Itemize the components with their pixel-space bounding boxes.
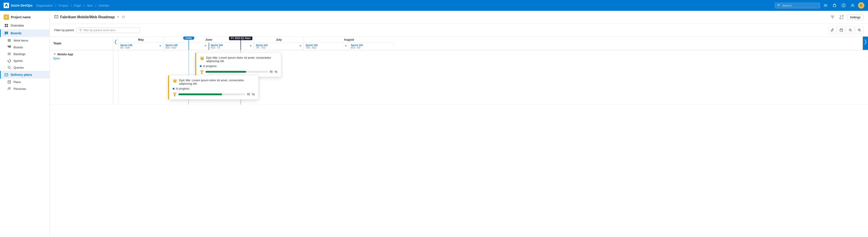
sidebar: C Project name Overview Boards Work item… — [0, 11, 50, 237]
sprint-152-add-btn[interactable]: + — [344, 44, 348, 48]
svg-rect-4 — [824, 6, 827, 6]
svg-marker-0 — [5, 4, 8, 6]
breadcrumb-item[interactable]: Item — [87, 4, 93, 7]
roadmap-area[interactable]: Team today FY 2023 Q1 St — [50, 37, 868, 237]
breadcrumb-sep4: / — [95, 4, 97, 7]
sprint-150-name: Sprint 150 — [211, 44, 252, 46]
sidebar-item-label: Queries — [13, 66, 24, 69]
filter-placeholder: filter by parent work item — [84, 28, 116, 32]
settings-button[interactable]: Settings — [847, 14, 864, 20]
sidebar-item-boards[interactable]: Boards — [0, 29, 50, 37]
svg-rect-14 — [6, 32, 7, 34]
link-icon-btn[interactable] — [828, 26, 836, 34]
sidebar-item-boards-sub[interactable]: Boards — [0, 44, 50, 50]
crown-icon-1: 👑 — [200, 56, 204, 60]
epic-popup-1[interactable]: 👑 Epic title: Lorem ipsum dolor sit amet… — [195, 53, 281, 77]
sidebar-item-delivery-plans[interactable]: Delivery plans — [0, 71, 50, 78]
team-type-epics[interactable]: Epics — [53, 57, 109, 60]
svg-rect-5 — [833, 5, 836, 7]
sprint-149-add-btn[interactable]: + — [204, 44, 208, 48]
epic-popup-1-header: 👑 Epic title: Lorem ipsum dolor sit amet… — [200, 56, 277, 63]
trophy-icon-2: 🏆 — [173, 93, 177, 96]
sidebar-item-work-items[interactable]: Work items — [0, 37, 50, 44]
progress-bar-fill-1 — [206, 71, 246, 73]
svg-rect-40 — [840, 29, 843, 31]
filter-input[interactable]: filter by parent work item — [76, 27, 140, 33]
zoom-in-btn[interactable] — [855, 26, 864, 34]
project-name: Project name — [11, 15, 31, 19]
sidebar-item-backlogs[interactable]: Backlogs — [0, 50, 50, 57]
epic-popup-2[interactable]: 👑 Epic title: Lorem ipsum dolor sit amet… — [168, 75, 258, 100]
sprint-cell-151: Sprint 151 7/4 - 7/22 + — [254, 43, 304, 50]
page-title-chevron-icon[interactable] — [117, 15, 120, 19]
zoom-out-btn[interactable] — [846, 26, 855, 34]
search-box[interactable]: 🔍 — [775, 3, 820, 8]
epic-popup-2-status: In progress — [173, 87, 255, 90]
epic-status-label-1: In progress — [203, 65, 217, 68]
svg-rect-19 — [8, 45, 8, 47]
sprint-150-add-btn[interactable]: + — [249, 44, 253, 48]
sidebar-item-personas[interactable]: Personas — [0, 85, 50, 92]
sprint-cell-149: Sprint 149 5/23 - 6/10 + — [164, 43, 209, 50]
team-cell-mobile-app: Mobile App Epics — [50, 50, 113, 104]
svg-rect-10 — [6, 24, 8, 25]
svg-rect-12 — [6, 26, 8, 27]
sprint-151-add-btn[interactable]: + — [298, 44, 303, 48]
filter-icon-btn[interactable] — [829, 13, 836, 21]
sidebar-item-queries[interactable]: Queries — [0, 64, 50, 71]
timeline-nav-right[interactable] — [863, 37, 868, 50]
search-icon: 🔍 — [777, 4, 781, 7]
user-icon-btn[interactable] — [849, 2, 856, 9]
sidebar-item-overview[interactable]: Overview — [0, 22, 50, 29]
fy-label: FY 2023 Q1 Start — [229, 37, 252, 40]
svg-rect-16 — [8, 39, 11, 40]
breadcrumb-project[interactable]: Project — [59, 4, 68, 7]
sprint-149-dates: 5/23 - 6/10 — [165, 46, 207, 49]
plans-icon — [7, 80, 11, 84]
sidebar-item-plans[interactable]: Plans — [0, 78, 50, 85]
svg-rect-20 — [9, 45, 10, 48]
brand-name: Azure DevOps — [11, 4, 33, 7]
avatar[interactable]: C — [858, 2, 864, 8]
status-dot-1 — [200, 65, 202, 67]
mobile-app-label: Mobile App — [57, 53, 73, 56]
sidebar-project[interactable]: C Project name — [0, 13, 50, 22]
page-header: Fabrikam Mobile/Web Roadmap — [50, 11, 868, 24]
fullscreen-icon-btn[interactable] — [838, 13, 845, 21]
top-nav: Azure DevOps Organization / Project / Pa… — [0, 0, 868, 11]
breadcrumb-number[interactable]: Number — [99, 4, 109, 7]
shop-icon-btn[interactable] — [831, 2, 838, 9]
queries-icon — [7, 65, 11, 70]
epic-popup-1-progress: 🏆 65 % — [200, 70, 277, 74]
timeline-nav-left[interactable] — [113, 37, 119, 50]
svg-rect-22 — [8, 53, 11, 53]
sprint-148-add-btn[interactable]: + — [158, 44, 162, 48]
svg-rect-24 — [8, 55, 11, 55]
list-icon-btn[interactable] — [822, 2, 829, 9]
sidebar-item-label: Backlogs — [13, 53, 26, 56]
breadcrumb-org[interactable]: Organization — [36, 4, 53, 7]
help-icon-btn[interactable]: ? — [840, 2, 847, 9]
svg-point-34 — [8, 88, 9, 89]
breadcrumb-page[interactable]: Page — [74, 4, 81, 7]
filter-bar: Filter by parent filter by parent work i… — [50, 24, 868, 37]
filter-funnel-icon — [79, 29, 82, 32]
epic-status-label-2: In progress — [176, 87, 189, 90]
search-input[interactable] — [782, 4, 816, 7]
brand[interactable]: Azure DevOps — [4, 3, 33, 8]
month-may-label: May — [119, 37, 163, 43]
svg-rect-3 — [824, 5, 827, 6]
sprint-152-name: Sprint 152 — [306, 44, 347, 46]
timeline-header: today FY 2023 Q1 Start May Sprint 148 — [119, 37, 863, 50]
svg-line-46 — [851, 31, 852, 32]
project-icon: C — [4, 14, 9, 20]
progress-bar-bg-1 — [206, 71, 268, 73]
sprint-148-name: Sprint 148 — [120, 44, 161, 46]
breadcrumb-sep2: / — [70, 4, 72, 7]
svg-rect-23 — [8, 54, 11, 54]
chevron-down-icon[interactable] — [53, 53, 56, 56]
favorite-star-icon[interactable] — [122, 15, 125, 20]
svg-rect-13 — [5, 32, 6, 35]
calendar-icon-btn[interactable] — [837, 26, 845, 34]
sidebar-item-sprints[interactable]: Sprints — [0, 57, 50, 64]
